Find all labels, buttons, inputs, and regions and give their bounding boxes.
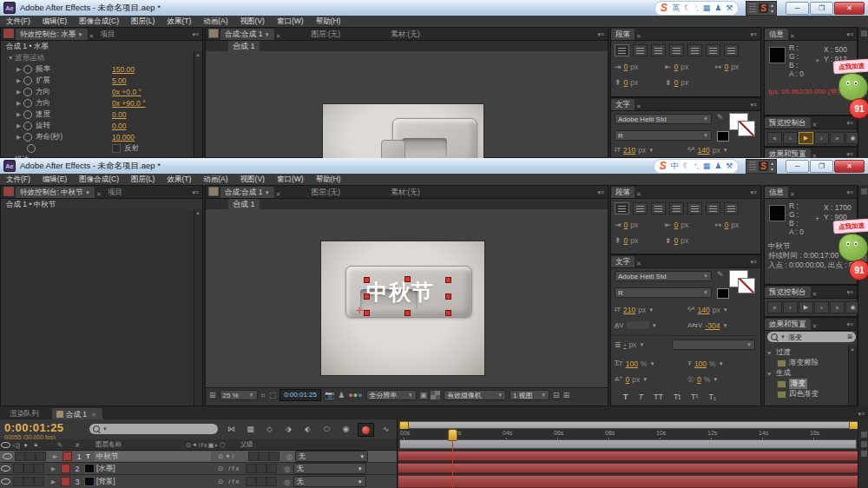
stopwatch-icon[interactable] [23, 110, 32, 119]
menu-edit[interactable]: 编辑(E) [36, 175, 73, 185]
space-before-field[interactable]: ⇞0px [615, 236, 638, 245]
all-caps-button[interactable]: TT [654, 392, 663, 401]
comp-canvas[interactable]: 中秋节 ✛ [321, 241, 484, 375]
align-right-button[interactable] [651, 44, 666, 56]
parent-column[interactable]: 父级 [240, 440, 253, 449]
indent-first-field[interactable]: ↦0px [715, 63, 739, 71]
lock-toggle[interactable] [34, 464, 44, 473]
last-frame-button[interactable]: » [830, 132, 845, 144]
tab-composition[interactable]: 合成:合成 1 ▼ [220, 29, 274, 40]
pixel-aspect-icon[interactable]: ⊟ [553, 392, 560, 399]
next-frame-button[interactable]: › [814, 301, 829, 313]
switch-box[interactable] [246, 477, 256, 486]
viewport[interactable]: 中秋节 ✛ [206, 209, 608, 388]
panel-menu-icon[interactable]: ▾≡ [846, 289, 857, 298]
ime-moon-icon[interactable]: ☾ [684, 3, 691, 12]
parent-pickwhip-icon[interactable]: ◎ [286, 452, 293, 461]
parent-select[interactable]: 无▼ [293, 476, 366, 487]
panel-menu-icon[interactable]: ▾≡ [846, 189, 857, 198]
small-caps-button[interactable]: Tt [674, 392, 681, 401]
expander-icon[interactable]: ▶ [16, 111, 23, 118]
reflection-checkbox[interactable] [112, 144, 121, 153]
tab-footage[interactable]: 素材:(无) [386, 187, 424, 198]
next-frame-button[interactable]: › [814, 132, 829, 144]
indent-left-field[interactable]: ⇥0px [615, 63, 638, 71]
property-value[interactable]: 5.00 [112, 76, 127, 85]
tab-footage[interactable]: 素材:(无) [386, 29, 424, 40]
menu-effect[interactable]: 效果(T) [161, 175, 197, 185]
layer-expander[interactable]: ▶ [53, 453, 60, 460]
auto-keyframe-icon[interactable] [358, 423, 374, 437]
label-chip[interactable] [62, 452, 72, 461]
motion-blur-icon[interactable]: ⬖ [300, 423, 315, 435]
indent-right-field[interactable]: ⇤0px [665, 63, 688, 71]
tab-close-icon[interactable]: ✕ [811, 122, 819, 129]
expander-icon[interactable]: ▶ [16, 122, 23, 129]
justify-all-button[interactable] [724, 44, 739, 56]
tab-close-icon[interactable]: ✕ [89, 410, 98, 419]
menu-animation[interactable]: 动画(A) [197, 16, 233, 27]
ime-dock-arrows[interactable]: ▴▾ [771, 2, 773, 14]
titlebar[interactable]: Ae Adobe After Effects - 未命名项目.aep * S 英… [0, 0, 868, 16]
tab-close-icon[interactable]: ✕ [635, 260, 643, 267]
ime-tools-icon[interactable]: ⚒ [726, 162, 733, 170]
audio-toggle[interactable] [13, 464, 23, 473]
timeline-scroll-strip[interactable] [858, 419, 868, 488]
tab-info[interactable]: 信息 [765, 29, 788, 40]
font-style-select[interactable]: R▼ [615, 287, 712, 298]
ime-lang-toggle[interactable]: 中 [671, 161, 679, 172]
sogou-dock-icon[interactable]: S [759, 162, 768, 171]
camera-select[interactable]: 有效摄像机▼ [444, 390, 506, 400]
ad-badge[interactable]: 91 [849, 260, 868, 280]
stopwatch-icon[interactable] [27, 144, 36, 153]
ime-bar[interactable]: S 英 ☾ ’, ▦ ♟ ⚒ [654, 1, 739, 16]
layer-switches[interactable]: ⊙✦/ [218, 452, 236, 460]
show-snapshot-icon[interactable]: ♟ [338, 392, 345, 399]
property-value[interactable]: 0.00 [112, 122, 127, 130]
fast-preview-icon[interactable]: ⊞ [563, 392, 570, 399]
video-column-icon[interactable] [0, 442, 11, 448]
layer-name-column[interactable]: 图层名称 [95, 440, 122, 449]
property-value[interactable]: 150.00 [112, 65, 135, 74]
justify-last-center-button[interactable] [687, 202, 702, 214]
panel-menu-icon[interactable]: ▾≡ [750, 259, 760, 267]
handle-top-center[interactable] [404, 276, 411, 282]
tab-character[interactable]: 文字 [611, 256, 635, 267]
tab-paragraph[interactable]: 段落 [611, 29, 635, 40]
viewport-timecode[interactable]: 0:00:01:25 [279, 389, 321, 401]
ad-bubble[interactable]: 点我加速 [833, 219, 868, 234]
lock-toggle[interactable] [34, 477, 44, 486]
ad-mascot[interactable] [838, 234, 868, 261]
parent-pickwhip-icon[interactable]: ◎ [284, 465, 290, 473]
effect-group-row[interactable]: ▼波形运动 [1, 52, 194, 63]
property-value[interactable]: 10.000 [112, 133, 135, 142]
ime-dock[interactable]: S ▴▾ [746, 159, 777, 174]
switch-box[interactable] [256, 477, 266, 486]
indent-first-field[interactable]: ↦0px [715, 221, 739, 229]
mini-flowchart-icon[interactable]: ⋈ [224, 423, 239, 435]
switches-column-icons[interactable]: ⊙✦\fx▣◐⬡ [186, 441, 227, 449]
preset-search-input[interactable]: ▼ 渐变 ⊠ [767, 332, 856, 342]
preset-item-4color[interactable]: 四色渐变 [766, 389, 848, 399]
clear-search-icon[interactable]: ⊠ [847, 333, 852, 340]
lock-toggle[interactable] [36, 452, 46, 461]
safe-margins-icon[interactable]: ⌗ [261, 392, 266, 399]
expander-icon[interactable]: ▶ [16, 134, 23, 141]
tab-layer[interactable]: 图层:(无) [307, 187, 345, 198]
tab-close-icon[interactable]: ✕ [95, 191, 103, 198]
minimize-button[interactable]: ─ [786, 2, 809, 15]
solo-toggle[interactable] [23, 464, 34, 473]
stroke-width-field[interactable]: ≣-px▼ [615, 340, 644, 349]
magnification-select[interactable]: 25 %▼ [220, 390, 258, 400]
scrollbar[interactable]: ▲ [194, 209, 202, 406]
tab-layer[interactable]: 图层:(无) [307, 29, 345, 40]
ime-drag-handle[interactable] [749, 162, 756, 170]
layer-row-3[interactable]: ▶ 3 [背景] ⊙ /fx ◎ 无▼ [0, 475, 397, 488]
ad-mascot[interactable] [838, 73, 868, 101]
menu-animation[interactable]: 动画(A) [197, 175, 233, 185]
audio-column-icon[interactable]: ◁) [11, 441, 21, 449]
prev-frame-button[interactable]: ‹ [783, 132, 798, 144]
handle-bottom-left[interactable] [364, 310, 370, 316]
stroke-color-swatch[interactable] [738, 278, 755, 293]
stopwatch-icon[interactable] [23, 88, 32, 96]
